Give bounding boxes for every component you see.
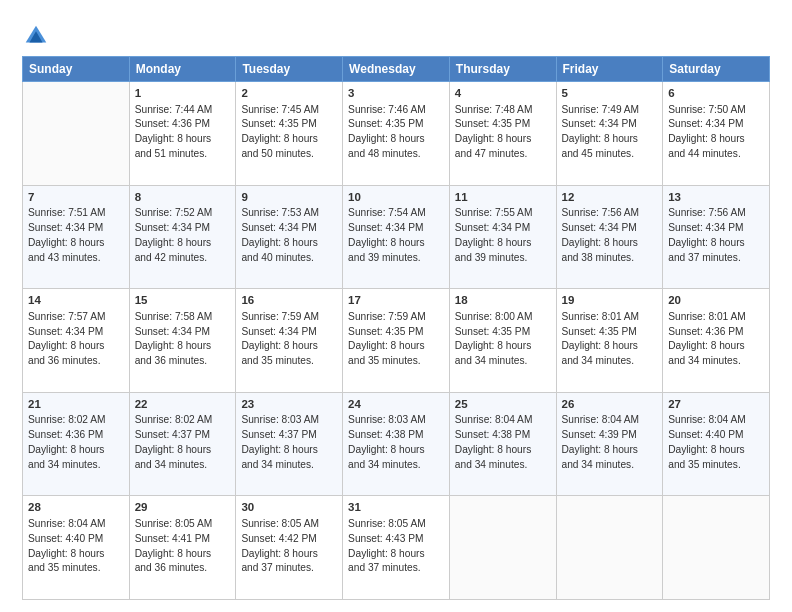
daylight-text: Daylight: 8 hours and 34 minutes.: [455, 340, 531, 366]
sunrise-text: Sunrise: 8:02 AM: [135, 414, 213, 425]
day-number: 10: [348, 189, 444, 206]
logo: [22, 22, 54, 50]
daylight-text: Daylight: 8 hours and 35 minutes.: [348, 340, 424, 366]
sunrise-text: Sunrise: 7:46 AM: [348, 104, 426, 115]
sunset-text: Sunset: 4:34 PM: [668, 222, 743, 233]
sunset-text: Sunset: 4:34 PM: [348, 222, 423, 233]
daylight-text: Daylight: 8 hours and 34 minutes.: [455, 444, 531, 470]
sunrise-text: Sunrise: 7:48 AM: [455, 104, 533, 115]
calendar-cell: 18Sunrise: 8:00 AMSunset: 4:35 PMDayligh…: [449, 289, 556, 393]
day-number: 8: [135, 189, 231, 206]
calendar-cell: 3Sunrise: 7:46 AMSunset: 4:35 PMDaylight…: [343, 82, 450, 186]
daylight-text: Daylight: 8 hours and 34 minutes.: [562, 444, 638, 470]
sunrise-text: Sunrise: 7:44 AM: [135, 104, 213, 115]
sunset-text: Sunset: 4:36 PM: [28, 429, 103, 440]
daylight-text: Daylight: 8 hours and 34 minutes.: [241, 444, 317, 470]
sunrise-text: Sunrise: 7:52 AM: [135, 207, 213, 218]
day-number: 15: [135, 292, 231, 309]
calendar-cell: 4Sunrise: 7:48 AMSunset: 4:35 PMDaylight…: [449, 82, 556, 186]
day-number: 26: [562, 396, 658, 413]
sunset-text: Sunset: 4:40 PM: [28, 533, 103, 544]
calendar-cell: 20Sunrise: 8:01 AMSunset: 4:36 PMDayligh…: [663, 289, 770, 393]
calendar-table: SundayMondayTuesdayWednesdayThursdayFrid…: [22, 56, 770, 600]
daylight-text: Daylight: 8 hours and 48 minutes.: [348, 133, 424, 159]
sunrise-text: Sunrise: 8:05 AM: [241, 518, 319, 529]
weekday-header-tuesday: Tuesday: [236, 57, 343, 82]
calendar-cell: 6Sunrise: 7:50 AMSunset: 4:34 PMDaylight…: [663, 82, 770, 186]
calendar-cell: 11Sunrise: 7:55 AMSunset: 4:34 PMDayligh…: [449, 185, 556, 289]
sunrise-text: Sunrise: 7:56 AM: [668, 207, 746, 218]
sunset-text: Sunset: 4:37 PM: [135, 429, 210, 440]
sunrise-text: Sunrise: 8:05 AM: [135, 518, 213, 529]
daylight-text: Daylight: 8 hours and 35 minutes.: [28, 548, 104, 574]
sunrise-text: Sunrise: 8:03 AM: [241, 414, 319, 425]
sunrise-text: Sunrise: 8:05 AM: [348, 518, 426, 529]
calendar-cell: 30Sunrise: 8:05 AMSunset: 4:42 PMDayligh…: [236, 496, 343, 600]
daylight-text: Daylight: 8 hours and 34 minutes.: [135, 444, 211, 470]
daylight-text: Daylight: 8 hours and 35 minutes.: [668, 444, 744, 470]
calendar-cell: [449, 496, 556, 600]
daylight-text: Daylight: 8 hours and 39 minutes.: [455, 237, 531, 263]
day-number: 5: [562, 85, 658, 102]
calendar-week-4: 28Sunrise: 8:04 AMSunset: 4:40 PMDayligh…: [23, 496, 770, 600]
calendar-cell: [663, 496, 770, 600]
calendar-cell: 28Sunrise: 8:04 AMSunset: 4:40 PMDayligh…: [23, 496, 130, 600]
daylight-text: Daylight: 8 hours and 44 minutes.: [668, 133, 744, 159]
sunrise-text: Sunrise: 7:55 AM: [455, 207, 533, 218]
sunset-text: Sunset: 4:35 PM: [562, 326, 637, 337]
weekday-header-saturday: Saturday: [663, 57, 770, 82]
day-number: 3: [348, 85, 444, 102]
day-number: 11: [455, 189, 551, 206]
sunset-text: Sunset: 4:38 PM: [455, 429, 530, 440]
day-number: 6: [668, 85, 764, 102]
daylight-text: Daylight: 8 hours and 39 minutes.: [348, 237, 424, 263]
daylight-text: Daylight: 8 hours and 37 minutes.: [668, 237, 744, 263]
calendar-cell: [23, 82, 130, 186]
calendar-cell: 21Sunrise: 8:02 AMSunset: 4:36 PMDayligh…: [23, 392, 130, 496]
calendar-week-0: 1Sunrise: 7:44 AMSunset: 4:36 PMDaylight…: [23, 82, 770, 186]
calendar-cell: 5Sunrise: 7:49 AMSunset: 4:34 PMDaylight…: [556, 82, 663, 186]
sunset-text: Sunset: 4:37 PM: [241, 429, 316, 440]
weekday-header-thursday: Thursday: [449, 57, 556, 82]
sunset-text: Sunset: 4:34 PM: [455, 222, 530, 233]
calendar-cell: 14Sunrise: 7:57 AMSunset: 4:34 PMDayligh…: [23, 289, 130, 393]
sunrise-text: Sunrise: 8:04 AM: [28, 518, 106, 529]
daylight-text: Daylight: 8 hours and 37 minutes.: [241, 548, 317, 574]
daylight-text: Daylight: 8 hours and 36 minutes.: [135, 548, 211, 574]
day-number: 13: [668, 189, 764, 206]
weekday-header-friday: Friday: [556, 57, 663, 82]
day-number: 2: [241, 85, 337, 102]
sunrise-text: Sunrise: 7:49 AM: [562, 104, 640, 115]
header: [22, 18, 770, 50]
calendar-week-2: 14Sunrise: 7:57 AMSunset: 4:34 PMDayligh…: [23, 289, 770, 393]
sunrise-text: Sunrise: 7:59 AM: [241, 311, 319, 322]
sunset-text: Sunset: 4:34 PM: [241, 326, 316, 337]
sunset-text: Sunset: 4:34 PM: [562, 222, 637, 233]
day-number: 31: [348, 499, 444, 516]
calendar-page: SundayMondayTuesdayWednesdayThursdayFrid…: [0, 0, 792, 612]
day-number: 23: [241, 396, 337, 413]
daylight-text: Daylight: 8 hours and 38 minutes.: [562, 237, 638, 263]
day-number: 24: [348, 396, 444, 413]
sunrise-text: Sunrise: 7:45 AM: [241, 104, 319, 115]
sunrise-text: Sunrise: 7:53 AM: [241, 207, 319, 218]
sunrise-text: Sunrise: 8:03 AM: [348, 414, 426, 425]
calendar-cell: 27Sunrise: 8:04 AMSunset: 4:40 PMDayligh…: [663, 392, 770, 496]
calendar-cell: 22Sunrise: 8:02 AMSunset: 4:37 PMDayligh…: [129, 392, 236, 496]
sunset-text: Sunset: 4:35 PM: [348, 118, 423, 129]
calendar-cell: 23Sunrise: 8:03 AMSunset: 4:37 PMDayligh…: [236, 392, 343, 496]
sunset-text: Sunset: 4:38 PM: [348, 429, 423, 440]
weekday-header-monday: Monday: [129, 57, 236, 82]
day-number: 7: [28, 189, 124, 206]
daylight-text: Daylight: 8 hours and 50 minutes.: [241, 133, 317, 159]
sunset-text: Sunset: 4:34 PM: [562, 118, 637, 129]
calendar-cell: 16Sunrise: 7:59 AMSunset: 4:34 PMDayligh…: [236, 289, 343, 393]
calendar-cell: 13Sunrise: 7:56 AMSunset: 4:34 PMDayligh…: [663, 185, 770, 289]
sunset-text: Sunset: 4:41 PM: [135, 533, 210, 544]
sunrise-text: Sunrise: 8:04 AM: [562, 414, 640, 425]
calendar-cell: 31Sunrise: 8:05 AMSunset: 4:43 PMDayligh…: [343, 496, 450, 600]
day-number: 29: [135, 499, 231, 516]
day-number: 25: [455, 396, 551, 413]
sunset-text: Sunset: 4:34 PM: [668, 118, 743, 129]
daylight-text: Daylight: 8 hours and 34 minutes.: [348, 444, 424, 470]
